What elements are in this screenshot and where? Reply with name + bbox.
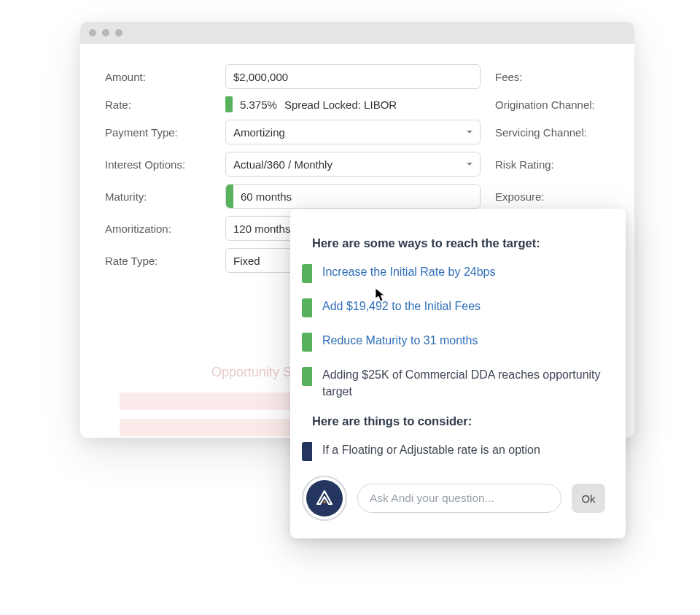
rate-type-value: Fixed <box>233 255 260 267</box>
maturity-input-wrapper <box>225 184 481 209</box>
interest-options-select[interactable]: Actual/360 / Monthly <box>225 152 481 177</box>
recommendation-row: Increase the Initial Rate by 24bps <box>302 263 605 283</box>
recommendation-add-dda: Adding $25K of Commercial DDA reaches op… <box>322 366 605 400</box>
payment-type-select[interactable]: Amortizing <box>225 120 481 144</box>
recommendation-add-fees[interactable]: Add $19,492 to the Initial Fees <box>322 298 481 314</box>
opportunity-heading: Opportunity S <box>211 365 292 380</box>
traffic-light-minimize[interactable] <box>102 29 109 36</box>
recommendation-indicator <box>302 264 312 283</box>
recommendation-row: Add $19,492 to the Initial Fees <box>302 298 605 317</box>
chevron-down-icon <box>467 163 472 166</box>
window-titlebar <box>80 22 634 44</box>
svg-point-0 <box>323 501 325 503</box>
ask-andi-input[interactable] <box>357 484 561 513</box>
maturity-label: Maturity: <box>105 190 211 203</box>
chevron-down-icon <box>467 131 472 134</box>
rate-label: Rate: <box>105 98 211 111</box>
recommendation-increase-rate[interactable]: Increase the Initial Rate by 24bps <box>322 263 495 280</box>
rate-status-indicator <box>225 96 233 112</box>
maturity-status-indicator <box>226 185 233 208</box>
recommendation-row: Reduce Maturity to 31 months <box>302 332 605 352</box>
maturity-input[interactable] <box>233 185 480 208</box>
ask-andi-row: Ok <box>302 476 605 521</box>
consideration-row: If a Floating or Adjustable rate is an o… <box>302 441 605 461</box>
servicing-channel-label: Servicing Channel: <box>495 126 634 139</box>
popup-heading-primary: Here are some ways to reach the target: <box>312 236 605 250</box>
interest-options-label: Interest Options: <box>105 158 211 171</box>
placeholder-bar <box>120 419 309 436</box>
popup-heading-secondary: Here are things to consider: <box>312 414 605 428</box>
andi-logo-icon <box>302 476 347 521</box>
traffic-light-zoom[interactable] <box>115 29 122 36</box>
recommendation-reduce-maturity[interactable]: Reduce Maturity to 31 months <box>322 332 478 349</box>
placeholder-bar <box>120 392 309 410</box>
payment-type-label: Payment Type: <box>105 126 211 139</box>
risk-rating-label: Risk Rating: <box>495 158 634 171</box>
amount-label: Amount: <box>105 71 211 83</box>
recommendation-indicator <box>302 298 312 317</box>
rate-percent: 5.375% <box>240 98 277 111</box>
ask-andi-submit-button[interactable]: Ok <box>572 484 605 513</box>
amount-input[interactable] <box>225 64 481 89</box>
spread-locked-text: Spread Locked: LIBOR <box>284 98 397 111</box>
exposure-label: Exposure: <box>495 190 634 203</box>
payment-type-value: Amortizing <box>233 126 285 139</box>
consideration-indicator <box>302 442 312 461</box>
rate-display: 5.375% Spread Locked: LIBOR <box>225 96 481 112</box>
amortization-label: Amoritization: <box>105 223 211 235</box>
andi-suggestions-popup: Here are some ways to reach the target: … <box>290 209 626 538</box>
traffic-light-close[interactable] <box>89 29 96 36</box>
consideration-floating-rate: If a Floating or Adjustable rate is an o… <box>322 441 540 458</box>
recommendation-indicator <box>302 333 312 352</box>
recommendation-indicator <box>302 367 312 386</box>
rate-type-label: Rate Type: <box>105 255 211 267</box>
interest-options-value: Actual/360 / Monthly <box>233 158 332 171</box>
origination-channel-label: Origination Channel: <box>495 98 634 111</box>
cursor-icon <box>375 287 385 302</box>
fees-label: Fees: <box>495 71 634 83</box>
recommendation-row: Adding $25K of Commercial DDA reaches op… <box>302 366 605 400</box>
